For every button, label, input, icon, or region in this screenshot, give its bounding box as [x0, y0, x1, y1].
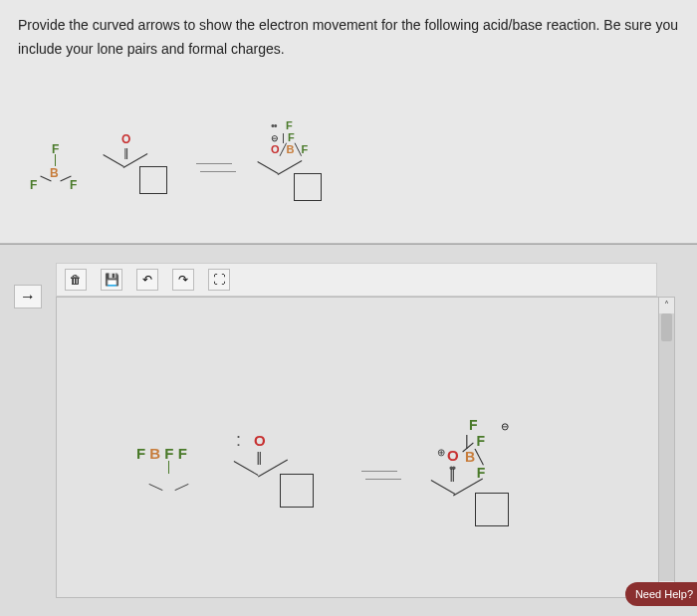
drawing-canvas[interactable]: F B F F : O ‖ F [56, 297, 675, 598]
double-bond-icon: ‖ [123, 146, 127, 159]
atom-f: F [70, 178, 77, 192]
undo-button[interactable]: ↶ [136, 269, 158, 291]
need-help-button[interactable]: Need Help? [625, 582, 697, 606]
atom-b: B [149, 445, 160, 462]
bond-icon [55, 154, 56, 166]
bond-icon [168, 461, 169, 474]
arrow-icon: → [20, 288, 36, 306]
equilibrium-arrow-icon[interactable] [361, 467, 401, 487]
scroll-thumb[interactable] [661, 313, 672, 341]
atom-f: F [178, 445, 187, 462]
atom-f: F [136, 445, 145, 462]
atom-o: O [271, 143, 280, 155]
atom-f: F [164, 445, 173, 462]
atom-f: F [476, 433, 485, 449]
atom-b: B [287, 143, 295, 155]
canvas-scrollbar[interactable]: ˄ ˅ [658, 298, 674, 597]
obf3-group: •• F ⊖ | F O╱B╲F [271, 119, 308, 156]
atom-b: B [50, 166, 59, 180]
atom-f: F [288, 131, 295, 143]
bond-icon [103, 154, 123, 167]
question-line-2: include your lone pairs and formal charg… [18, 41, 285, 57]
expand-button[interactable]: ⛶ [208, 269, 230, 291]
save-button[interactable]: 💾 [101, 269, 122, 291]
question-line-1: Provide the curved arrows to show the el… [18, 17, 678, 33]
lone-pair-icon: : [236, 430, 238, 451]
cyclobutyl-ring [139, 166, 167, 194]
pos-charge-icon: ⊕ [437, 447, 445, 458]
save-icon: 💾 [105, 273, 119, 287]
drawing-work-area: → 🗑 💾 ↶ ↷ ⛶ F B F F : O ‖ [0, 244, 697, 616]
bond-icon [257, 161, 278, 174]
atom-f: F [30, 178, 37, 192]
molecule-product[interactable]: F ⊖| F B╲ F ⊕ O •• ‖ [437, 417, 537, 536]
molecule-ketone-small: O ‖ [102, 132, 176, 207]
scroll-up-button[interactable]: ˄ [659, 298, 674, 313]
undo-icon: ↶ [142, 273, 152, 287]
atom-f: F [286, 119, 293, 131]
bond-icon [234, 461, 259, 476]
equilibrium-arrow-icon [196, 159, 236, 179]
student-reaction: F B F F : O ‖ F [136, 417, 537, 536]
neg-charge-icon: ⊖ [501, 421, 509, 432]
question-panel: Provide the curved arrows to show the el… [0, 0, 697, 244]
molecule-bf3-small: F B F F [30, 142, 82, 197]
bf3-top: F ⊖| F B╲ F [465, 417, 485, 481]
reference-reaction: F B F F O ‖ •• F ⊖ | F O╱B╲F [30, 119, 346, 219]
reaction-arrow-tool[interactable]: → [14, 285, 42, 308]
trash-icon: 🗑 [70, 273, 82, 287]
atom-o: O [121, 132, 130, 146]
question-text: Provide the curved arrows to show the el… [18, 14, 679, 62]
chevron-up-icon: ˄ [664, 300, 669, 310]
bond-icon [431, 480, 456, 495]
molecule-product-small: •• F ⊖ | F O╱B╲F [256, 119, 346, 219]
redo-icon: ↷ [178, 273, 188, 287]
atom-o: O [254, 432, 266, 449]
molecule-bf3[interactable]: F B F F [136, 445, 200, 509]
trash-button[interactable]: 🗑 [65, 269, 87, 291]
drawing-toolbar: 🗑 💾 ↶ ↷ ⛶ [56, 263, 657, 297]
bond-icon [148, 484, 162, 491]
cyclobutyl-ring [294, 173, 322, 201]
redo-button[interactable]: ↷ [172, 269, 194, 291]
cyclobutyl-ring [280, 474, 314, 508]
bond-icon [174, 484, 188, 491]
lone-pair-icon: •• [271, 119, 277, 131]
molecule-ketone[interactable]: : O ‖ [236, 432, 326, 521]
atom-f: F [302, 143, 309, 155]
cyclobutyl-ring [475, 493, 509, 526]
atom-f: F [469, 417, 478, 433]
need-help-label: Need Help? [635, 588, 693, 600]
double-bond-icon: ‖ [449, 467, 454, 482]
expand-icon: ⛶ [213, 273, 225, 287]
neg-charge-icon: ⊖ [271, 133, 279, 143]
atom-b: B [465, 449, 475, 465]
double-bond-icon: ‖ [256, 450, 261, 465]
